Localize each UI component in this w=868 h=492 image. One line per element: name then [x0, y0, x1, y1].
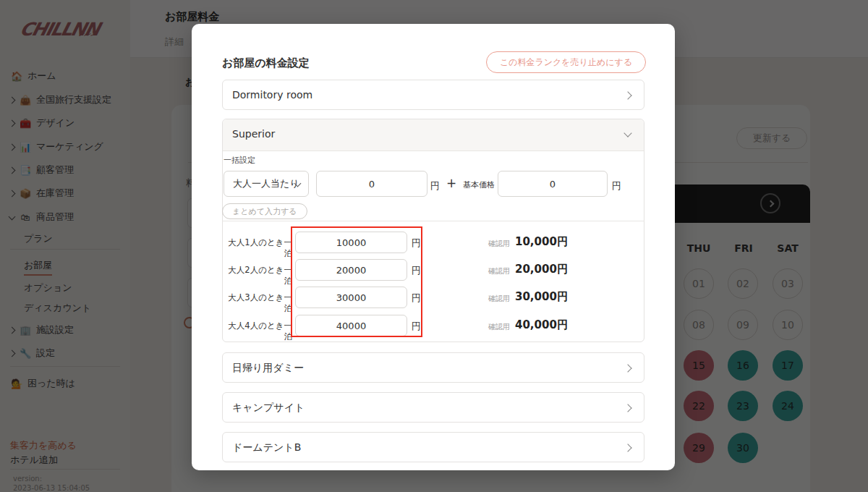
yen-label: 円	[412, 320, 421, 333]
confirm-price: 20,000円	[515, 263, 568, 276]
modal-title: お部屋の料金設定	[222, 56, 310, 70]
accordion-dormitory-room[interactable]: Dormitory room	[222, 80, 644, 110]
chevron-right-icon	[624, 91, 631, 99]
chevron-right-icon	[624, 404, 631, 412]
confirm-price: 10,000円	[515, 235, 568, 249]
accordion-dome-tent-b[interactable]: ドームテントB	[222, 432, 644, 462]
price-input-1adult[interactable]	[295, 232, 407, 253]
accordion-day-use-dummy[interactable]: 日帰り用ダミー	[222, 352, 644, 383]
app-root: CHILLNNチルン 🏠ホーム 👜全国旅行支援設定 🧰デザイン 📊マーケティング…	[0, 0, 868, 492]
price-settings-modal: お部屋の料金設定 この料金ランクを売り止めにする Dormitory room …	[192, 24, 675, 470]
bulk-amount-input[interactable]	[316, 171, 427, 197]
confirm-label: 確認用	[488, 322, 510, 332]
yen-label: 円	[412, 237, 421, 250]
price-row-label: 大人4人のとき一泊	[222, 321, 292, 342]
confirm-label: 確認用	[488, 266, 510, 276]
chevron-right-icon	[624, 444, 631, 451]
yen-label: 円	[612, 179, 621, 192]
chevron-down-icon	[624, 129, 631, 137]
accordion-superior-header[interactable]: Superior	[223, 119, 644, 151]
bulk-apply-button[interactable]: まとめて入力する	[222, 203, 307, 219]
chevron-right-icon	[624, 364, 631, 372]
price-input-4adults[interactable]	[295, 315, 407, 336]
confirm-price: 40,000円	[515, 318, 568, 332]
price-row-label: 大人3人のとき一泊	[222, 292, 292, 314]
base-price-label: 基本価格	[463, 179, 495, 190]
price-input-2adults[interactable]	[295, 259, 407, 281]
yen-label: 円	[430, 179, 440, 192]
confirm-label: 確認用	[488, 239, 510, 249]
price-row-label: 大人2人のとき一泊	[222, 265, 292, 287]
confirm-price: 30,000円	[515, 290, 568, 304]
base-price-input[interactable]	[498, 171, 608, 197]
yen-label: 円	[412, 264, 421, 277]
price-input-3adults[interactable]	[295, 287, 407, 308]
bulk-setting-label: 一括設定	[224, 155, 255, 166]
section-divider	[222, 221, 644, 221]
bulk-target-select[interactable]: 大人一人当たり	[224, 171, 309, 197]
stop-sale-button[interactable]: この料金ランクを売り止めにする	[486, 51, 646, 73]
yen-label: 円	[412, 292, 421, 305]
confirm-label: 確認用	[488, 294, 510, 304]
accordion-campsite[interactable]: キャンプサイト	[222, 392, 644, 423]
plus-sign: +	[446, 176, 456, 190]
price-row-label: 大人1人のとき一泊	[222, 237, 292, 259]
